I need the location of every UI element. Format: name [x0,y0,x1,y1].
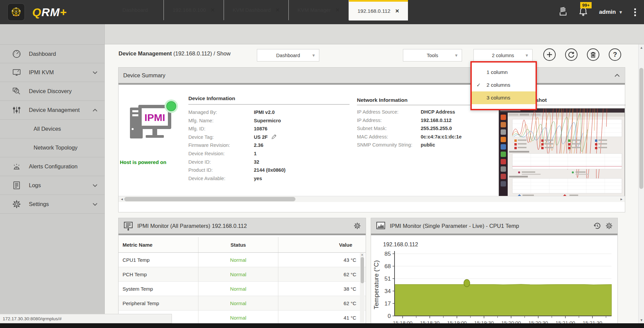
svg-text:0: 0 [388,313,391,319]
table-row[interactable]: PCH TempNormal62 °C [119,267,366,282]
app-logo-icon[interactable] [7,3,25,21]
user-menu[interactable]: admin ▼ [599,9,623,15]
close-tab-icon[interactable]: ✕ [275,7,280,13]
sidebar-item-dashboard[interactable]: Dashboard [0,44,104,63]
overflow-menu-icon[interactable] [634,8,636,16]
presentation-screen-icon [123,221,133,231]
table-row[interactable]: CPU1 TempNormal43 °C [119,253,366,267]
task-queue-icon[interactable] [559,7,567,17]
status-cell: Normal [198,311,278,325]
page-scroll-thumb[interactable] [639,68,643,189]
device-summary-panel: Device Summary IPMI [118,67,625,212]
edit-icon[interactable] [271,134,277,139]
ipmi-figure-label: IPMI [144,112,165,123]
device-screenshot-thumbnail[interactable] [499,108,625,198]
username: admin [599,9,616,15]
sidebar-item-settings[interactable]: Settings [0,195,104,214]
collapse-panel-icon[interactable] [614,72,620,79]
notifications-bell-icon[interactable]: 99+ [579,7,588,17]
device-info-heading: Device Information [188,95,235,101]
tab-192-168-0-112-active[interactable]: 192.168.0.112✕ [349,0,408,20]
info-value: DHCP Address [421,109,455,115]
help-button[interactable]: ? [609,48,621,61]
info-label: Mfg. ID: [188,126,205,131]
close-tab-icon[interactable]: ✕ [211,7,215,13]
info-label: MAC Address: [357,134,388,139]
sidebar-item-network-topology[interactable]: Network Topology [0,138,104,157]
info-value: IPMI v2.0 [254,110,275,115]
scroll-right-icon[interactable]: ► [619,197,624,202]
check-icon: ✓ [476,82,487,88]
user-menu-caret-icon: ▼ [618,10,623,15]
chart-panel-header[interactable]: IPMI Monitor (Single Parameter - Live) -… [371,218,617,235]
gauge-icon [11,49,21,58]
view-select[interactable]: Dashboard▼ [257,49,319,62]
status-cell: Normal [198,296,278,310]
scroll-left-icon[interactable]: ◄ [119,197,125,202]
tab-kvm-dashboard[interactable]: KVM Dashboard✕ [224,0,289,20]
sidebar-item-logs[interactable]: Logs [0,176,104,195]
scroll-up-icon[interactable]: ▲ [639,46,644,49]
device-summary-header[interactable]: Device Summary [119,68,625,85]
scroll-down-icon[interactable]: ▼ [639,318,644,322]
tools-select[interactable]: Tools▼ [403,49,462,62]
info-label: Device ID: [188,159,211,165]
history-clock-icon[interactable] [593,222,601,230]
delete-button[interactable] [587,48,599,61]
sidebar-item-alerts-configuration[interactable]: Alerts Configuration [0,157,104,176]
chevron-up-icon [92,107,98,113]
info-label: Firmware Revision: [188,142,230,148]
page-vscrollbar[interactable]: ▲ ▼ [638,44,644,323]
value-cell: 62 °C [278,300,366,306]
table-row[interactable]: System TempNormal38 °C [119,282,366,296]
close-tab-icon[interactable]: ✕ [335,7,340,13]
info-label: Product ID: [188,167,213,173]
metric-name-cell: CPU1 Temp [119,253,198,267]
sidebar-item-all-devices[interactable]: All Devices [0,120,104,138]
svg-text:85: 85 [384,251,391,257]
info-value: US 2F [254,134,268,140]
hscrollbar-thumb[interactable] [124,197,295,201]
panel-title: IPMI Monitor (All Parameters) 192.168.0.… [137,223,350,229]
info-value: 192.168.0.112 [421,118,452,123]
gear-icon[interactable] [605,222,613,230]
gear-icon [11,200,21,209]
menu-item-2-columns[interactable]: ✓ 2 columns [472,79,536,91]
close-tab-icon[interactable]: ✕ [395,8,400,14]
status-cell: Normal [198,282,278,296]
table-panel-header[interactable]: IPMI Monitor (All Parameters) 192.168.0.… [119,218,366,235]
columns-select[interactable]: 2 columns▼ [473,49,533,62]
panel-title: IPMI Monitor (Single Parameter - Live) -… [390,223,589,229]
columns-dropdown-menu: 1 column ✓ 2 columns 3 columns [470,61,537,110]
page-breadcrumb-title: Device Management (192.168.0.112) / Show [119,50,231,57]
sidebar-item-device-management[interactable]: Device Management [0,101,104,120]
refresh-button[interactable] [565,48,578,61]
metric-name-cell: System Temp [119,282,198,296]
info-label: Device Available: [188,176,225,181]
value-cell: 38 °C [278,286,366,292]
status-cell: Normal [198,253,278,267]
table-row[interactable]: Peripheral TempNormal62 °C [119,296,366,311]
area-chart-icon [376,221,386,231]
tab-192-168-0-100[interactable]: 192.168.0.100✕ [164,0,224,20]
info-value: 255.255.255.0 [421,126,452,131]
add-widget-button[interactable] [543,48,556,61]
gear-icon[interactable] [354,222,361,230]
menu-item-1-column[interactable]: 1 column [472,66,536,79]
info-value: public [421,142,435,148]
sidebar-item-device-discovery[interactable]: Device Discovery [0,82,104,101]
table-vscrollbar[interactable]: ▲ [360,253,364,323]
svg-text:Temperature (°C): Temperature (°C) [373,260,380,310]
svg-text:34: 34 [384,288,391,294]
tab-kvm-manager[interactable]: KVM Manager✕ [289,0,349,20]
device-summary-hscrollbar[interactable]: ◄ ► [119,196,625,202]
table-scroll-thumb[interactable] [361,257,364,283]
scroll-up-icon[interactable]: ▲ [360,253,364,256]
svg-text:68: 68 [384,263,391,270]
metrics-table: Metric Name Status Value CPU1 TempNormal… [119,237,366,325]
value-cell: 41 °C [278,315,366,321]
menu-item-3-columns[interactable]: 3 columns [472,91,536,104]
sidebar-item-ipmi-kvm[interactable]: IPMI KVM [0,63,104,82]
tab-dashboard[interactable]: Dashboard [107,0,164,20]
select-caret-icon: ▼ [525,53,529,58]
